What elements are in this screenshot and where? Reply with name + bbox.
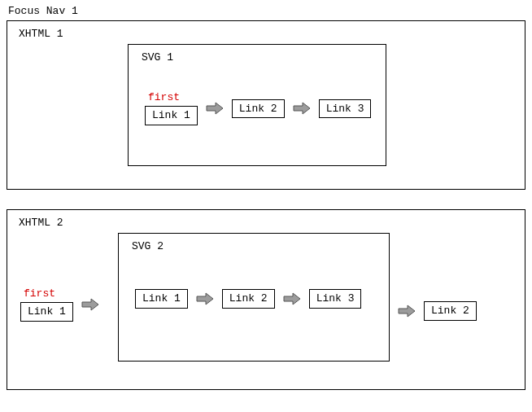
outer-link-2[interactable]: Link 2: [424, 301, 477, 321]
arrow-right-icon: [206, 102, 224, 115]
link-2[interactable]: Link 2: [232, 99, 285, 119]
outer-link-1[interactable]: Link 1: [20, 302, 73, 322]
svg2-link-3[interactable]: Link 3: [309, 289, 362, 309]
svg-2-box: SVG 2 Link 1 Link 2 Link 3: [118, 233, 390, 362]
svg-1-box: SVG 1 first Link 1 Link 2 Link 3: [128, 44, 386, 166]
page-title: Focus Nav 1: [8, 5, 525, 17]
xhtml-1-label: XHTML 1: [19, 28, 515, 40]
svg2-link-2[interactable]: Link 2: [222, 289, 275, 309]
outer-right-group: Link 2: [398, 301, 477, 321]
link-3[interactable]: Link 3: [319, 99, 372, 119]
svg-1-label: SVG 1: [142, 51, 374, 64]
link-1-wrap: first Link 1: [145, 92, 198, 125]
arrow-right-icon: [398, 305, 416, 318]
arrow-right-icon: [196, 292, 214, 305]
arrow-right-icon: [283, 292, 301, 305]
xhtml-2-box: XHTML 2 first Link 1 SVG 2 Link 1 Link 2: [7, 209, 525, 390]
arrow-right-icon: [293, 102, 311, 115]
xhtml-2-label: XHTML 2: [19, 217, 515, 229]
xhtml-1-box: XHTML 1 SVG 1 first Link 1 Link 2 Link 3: [7, 20, 525, 190]
link-1[interactable]: Link 1: [145, 106, 198, 125]
first-label-1: first: [148, 92, 180, 103]
arrow-right-icon: [81, 298, 99, 311]
svg-2-link-row: Link 1 Link 2 Link 3: [135, 289, 361, 309]
first-label-2: first: [24, 288, 55, 299]
svg-1-link-row: first Link 1 Link 2 Link 3: [145, 92, 371, 125]
svg-2-label: SVG 2: [132, 240, 377, 252]
svg2-link-1[interactable]: Link 1: [135, 289, 188, 309]
outer-link-1-wrap: first Link 1: [20, 288, 73, 322]
outer-left-group: first Link 1: [20, 288, 99, 322]
